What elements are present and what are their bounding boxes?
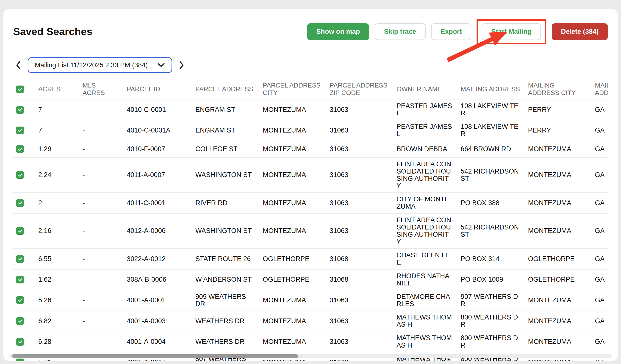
cell-parcel_id: 3022-A-0012 (124, 249, 192, 269)
cell-mail_city: PERRY (525, 120, 592, 141)
cell-mail_city: MONTEZUMA (525, 290, 592, 311)
cell-mail_city: MONTEZUMA (525, 157, 592, 193)
cell-parcel_id: 4011-C-0001 (124, 193, 192, 213)
cell-acres: 7 (35, 99, 80, 120)
cell-mail_addr: PO BOX 388 (458, 193, 525, 213)
results-table-container[interactable]: ACRESMLS ACRESPARCEL IDPARCEL ADDRESSPAR… (13, 79, 608, 361)
cell-owner: CHASE GLEN LEE (394, 249, 458, 269)
column-header-zip[interactable]: PARCEL ADDRESS ZIP CODE (327, 79, 394, 99)
cell-owner: FLINT AREA CONSOLIDATED HOUSING AUTHORIT… (394, 157, 458, 193)
cell-mls: - (80, 157, 124, 193)
row-select-cell (13, 99, 35, 120)
cell-mail_city: OGLETHORPE (525, 269, 592, 290)
table-row: 5.26-4001-A-0001909 WEATHERS DRMONTEZUMA… (13, 290, 608, 311)
cell-mail_state: GA (592, 213, 608, 249)
cell-mail_state: GA (592, 193, 608, 213)
next-list-button[interactable] (176, 59, 187, 71)
cell-mls: - (80, 213, 124, 249)
table-row: 2-4011-C-0001RIVER RDMONTEZUMA31063CITY … (13, 193, 608, 213)
cell-acres: 5.26 (35, 290, 80, 311)
column-header-mls[interactable]: MLS ACRES (80, 79, 124, 99)
check-icon (17, 277, 23, 282)
row-checkbox[interactable] (16, 106, 24, 114)
cell-owner: MATHEWS THOMAS H (394, 331, 458, 352)
row-select-cell (13, 213, 35, 249)
table-row: 2.16-4012-A-0006WASHINGTON STMONTEZUMA31… (13, 213, 608, 249)
cell-address: ENGRAM ST (192, 99, 260, 120)
row-checkbox[interactable] (16, 338, 24, 346)
cell-mail_state: GA (592, 290, 608, 311)
check-icon (17, 87, 23, 92)
check-icon (17, 339, 23, 345)
cell-mail_state: GA (592, 157, 608, 193)
cell-mail_state: GA (592, 331, 608, 352)
row-checkbox[interactable] (16, 296, 24, 304)
column-header-mail_city[interactable]: MAILING ADDRESS CITY (525, 79, 592, 99)
saved-search-dropdown[interactable]: Mailing List 11/12/2025 2:33 PM (384) (28, 57, 172, 73)
cell-city: OGLETHORPE (260, 269, 327, 290)
row-checkbox[interactable] (16, 255, 24, 263)
column-header-acres[interactable]: ACRES (35, 79, 80, 99)
row-select-cell (13, 141, 35, 157)
row-checkbox[interactable] (16, 145, 24, 153)
check-icon (17, 360, 23, 361)
cell-mail_state: GA (592, 141, 608, 157)
cell-parcel_id: 4001-A-0001 (124, 290, 192, 311)
cell-acres: 1.62 (35, 269, 80, 290)
row-checkbox[interactable] (16, 127, 24, 134)
row-checkbox[interactable] (16, 317, 24, 325)
cell-parcel_id: 4001-A-0003 (124, 311, 192, 331)
cell-mail_addr: PO BOX 314 (458, 249, 525, 269)
row-checkbox[interactable] (16, 199, 24, 207)
cell-acres: 1.29 (35, 141, 80, 157)
skip-trace-button[interactable]: Skip trace (375, 23, 426, 40)
row-checkbox[interactable] (16, 227, 24, 235)
column-header-parcel_id[interactable]: PARCEL ID (124, 79, 192, 99)
cell-acres: 6.55 (35, 249, 80, 269)
cell-city: MONTEZUMA (260, 311, 327, 331)
cell-address: ENGRAM ST (192, 120, 260, 141)
column-header-owner[interactable]: OWNER NAME (394, 79, 458, 99)
row-checkbox[interactable] (16, 276, 24, 283)
row-select-cell (13, 311, 35, 331)
cell-owner: CITY OF MONTEZUMA (394, 193, 458, 213)
cell-zip: 31063 (327, 290, 394, 311)
show-on-map-button[interactable]: Show on map (307, 23, 369, 40)
cell-zip: 31063 (327, 99, 394, 120)
column-header-mail_addr[interactable]: MAILING ADDRESS (458, 79, 525, 99)
cell-address: WASHINGTON ST (192, 157, 260, 193)
cell-city: MONTEZUMA (260, 141, 327, 157)
table-row: 6.28-4001-A-0004WEATHERS DRMONTEZUMA3106… (13, 331, 608, 352)
export-button[interactable]: Export (431, 23, 471, 40)
scrollbar-thumb[interactable] (12, 354, 298, 358)
column-header-city[interactable]: PARCEL ADDRESS CITY (260, 79, 327, 99)
row-checkbox[interactable] (16, 359, 24, 361)
start-mailing-button[interactable]: Start Mailing (482, 23, 541, 40)
select-all-checkbox[interactable] (16, 86, 24, 93)
cell-owner: DETAMORE CHARLES (394, 290, 458, 311)
table-row: 1.62-308A-B-0006W ANDERSON STOGLETHORPE3… (13, 269, 608, 290)
table-row: 6.82-4001-A-0003WEATHERS DRMONTEZUMA3106… (13, 311, 608, 331)
cell-owner: MATHEWS THOMAS H (394, 311, 458, 331)
check-icon (17, 318, 23, 324)
cell-zip: 31063 (327, 141, 394, 157)
cell-mail_city: MONTEZUMA (525, 193, 592, 213)
cell-mail_addr: 800 WEATHERS DR (458, 311, 525, 331)
cell-address: COLLEGE ST (192, 141, 260, 157)
cell-city: MONTEZUMA (260, 290, 327, 311)
chevron-down-icon (157, 63, 165, 67)
horizontal-scrollbar[interactable] (9, 354, 612, 358)
cell-address: 909 WEATHERS DR (192, 290, 260, 311)
toolbar: Show on map Skip trace Export Start Mail… (307, 19, 608, 44)
results-table: ACRESMLS ACRESPARCEL IDPARCEL ADDRESSPAR… (13, 79, 608, 361)
cell-mail_addr: 800 WEATHERS DR (458, 331, 525, 352)
row-checkbox[interactable] (16, 171, 24, 179)
page-header: Saved Searches Show on map Skip trace Ex… (13, 19, 608, 44)
saved-search-dropdown-label: Mailing List 11/12/2025 2:33 PM (384) (35, 61, 148, 69)
column-header-mail_state[interactable]: MAILING ADDRESS STATE (592, 79, 608, 99)
cell-mls: - (80, 249, 124, 269)
cell-acres: 6.82 (35, 311, 80, 331)
delete-button[interactable]: Delete (384) (552, 23, 608, 40)
prev-list-button[interactable] (13, 59, 24, 71)
column-header-address[interactable]: PARCEL ADDRESS (192, 79, 260, 99)
